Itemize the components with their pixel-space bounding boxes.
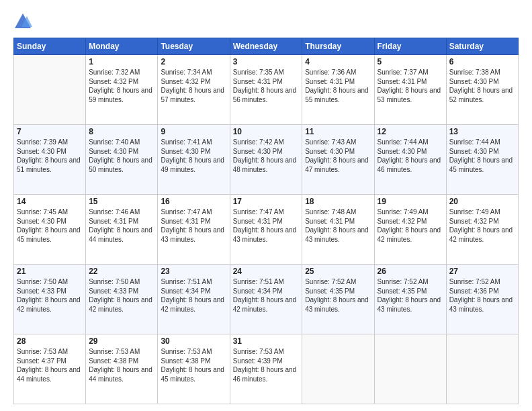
day-number: 12	[378, 127, 443, 136]
calendar-cell: 27Sunrise: 7:52 AMSunset: 4:36 PMDayligh…	[446, 265, 518, 334]
day-info: Sunrise: 7:52 AMSunset: 4:35 PMDaylight:…	[305, 277, 371, 314]
calendar-cell: 7Sunrise: 7:39 AMSunset: 4:30 PMDaylight…	[14, 125, 86, 195]
calendar-cell: 4Sunrise: 7:36 AMSunset: 4:31 PMDaylight…	[302, 55, 374, 125]
day-number: 5	[378, 57, 443, 66]
day-info: Sunrise: 7:41 AMSunset: 4:30 PMDaylight:…	[161, 138, 226, 174]
weekday-header-sunday: Sunday	[14, 38, 86, 55]
page: SundayMondayTuesdayWednesdayThursdayFrid…	[0, 0, 532, 411]
weekday-header-saturday: Saturday	[446, 38, 518, 55]
calendar-cell: 1Sunrise: 7:32 AMSunset: 4:32 PMDaylight…	[86, 55, 158, 125]
day-info: Sunrise: 7:35 AMSunset: 4:31 PMDaylight:…	[233, 68, 300, 104]
day-info: Sunrise: 7:49 AMSunset: 4:32 PMDaylight:…	[378, 208, 443, 244]
day-number: 24	[233, 267, 300, 276]
day-info: Sunrise: 7:51 AMSunset: 4:34 PMDaylight:…	[161, 277, 226, 314]
day-info: Sunrise: 7:39 AMSunset: 4:30 PMDaylight:…	[17, 138, 83, 174]
calendar-cell: 14Sunrise: 7:45 AMSunset: 4:30 PMDayligh…	[14, 195, 86, 265]
day-number: 3	[233, 57, 300, 66]
calendar-cell: 22Sunrise: 7:50 AMSunset: 4:33 PMDayligh…	[86, 265, 158, 334]
calendar-cell: 8Sunrise: 7:40 AMSunset: 4:30 PMDaylight…	[86, 125, 158, 195]
day-number: 15	[89, 197, 154, 206]
day-number: 21	[17, 267, 83, 276]
day-number: 28	[17, 336, 83, 346]
calendar-cell: 25Sunrise: 7:52 AMSunset: 4:35 PMDayligh…	[302, 265, 374, 334]
day-info: Sunrise: 7:38 AMSunset: 4:30 PMDaylight:…	[449, 68, 515, 104]
day-number: 27	[449, 267, 515, 276]
day-number: 20	[449, 197, 515, 206]
day-number: 17	[233, 197, 300, 206]
day-info: Sunrise: 7:40 AMSunset: 4:30 PMDaylight:…	[89, 138, 154, 174]
calendar-cell: 18Sunrise: 7:48 AMSunset: 4:31 PMDayligh…	[302, 195, 374, 265]
day-number: 2	[161, 57, 226, 66]
day-number: 6	[449, 57, 515, 66]
day-info: Sunrise: 7:43 AMSunset: 4:30 PMDaylight:…	[305, 138, 371, 174]
day-number: 8	[89, 127, 154, 136]
calendar-cell: 30Sunrise: 7:53 AMSunset: 4:38 PMDayligh…	[158, 334, 230, 404]
day-info: Sunrise: 7:53 AMSunset: 4:38 PMDaylight:…	[161, 347, 226, 383]
day-info: Sunrise: 7:42 AMSunset: 4:30 PMDaylight:…	[233, 138, 300, 174]
calendar-cell: 3Sunrise: 7:35 AMSunset: 4:31 PMDaylight…	[230, 55, 302, 125]
calendar-cell: 26Sunrise: 7:52 AMSunset: 4:35 PMDayligh…	[374, 265, 446, 334]
day-number: 14	[17, 197, 83, 206]
calendar-cell: 13Sunrise: 7:44 AMSunset: 4:30 PMDayligh…	[446, 125, 518, 195]
calendar-cell: 10Sunrise: 7:42 AMSunset: 4:30 PMDayligh…	[230, 125, 302, 195]
calendar-week-row: 7Sunrise: 7:39 AMSunset: 4:30 PMDaylight…	[14, 125, 519, 195]
day-info: Sunrise: 7:53 AMSunset: 4:38 PMDaylight:…	[89, 347, 154, 383]
day-number: 13	[449, 127, 515, 136]
calendar-cell	[14, 55, 86, 125]
weekday-header-monday: Monday	[86, 38, 158, 55]
day-number: 18	[305, 197, 371, 206]
day-info: Sunrise: 7:53 AMSunset: 4:39 PMDaylight:…	[233, 347, 300, 383]
weekday-header-friday: Friday	[374, 38, 446, 55]
day-info: Sunrise: 7:52 AMSunset: 4:36 PMDaylight:…	[449, 277, 515, 314]
day-info: Sunrise: 7:50 AMSunset: 4:33 PMDaylight:…	[89, 277, 154, 314]
weekday-header-row: SundayMondayTuesdayWednesdayThursdayFrid…	[14, 38, 519, 55]
calendar-cell: 20Sunrise: 7:49 AMSunset: 4:32 PMDayligh…	[446, 195, 518, 265]
calendar-cell: 11Sunrise: 7:43 AMSunset: 4:30 PMDayligh…	[302, 125, 374, 195]
day-info: Sunrise: 7:51 AMSunset: 4:34 PMDaylight:…	[233, 277, 300, 314]
calendar-cell	[446, 334, 518, 404]
calendar-cell: 9Sunrise: 7:41 AMSunset: 4:30 PMDaylight…	[158, 125, 230, 195]
calendar-cell: 24Sunrise: 7:51 AMSunset: 4:34 PMDayligh…	[230, 265, 302, 334]
day-number: 4	[305, 57, 371, 66]
weekday-header-thursday: Thursday	[302, 38, 374, 55]
calendar-cell: 2Sunrise: 7:34 AMSunset: 4:32 PMDaylight…	[158, 55, 230, 125]
calendar-cell: 29Sunrise: 7:53 AMSunset: 4:38 PMDayligh…	[86, 334, 158, 404]
day-info: Sunrise: 7:48 AMSunset: 4:31 PMDaylight:…	[305, 208, 371, 244]
day-info: Sunrise: 7:47 AMSunset: 4:31 PMDaylight:…	[233, 208, 300, 244]
calendar-cell: 6Sunrise: 7:38 AMSunset: 4:30 PMDaylight…	[446, 55, 518, 125]
day-number: 25	[305, 267, 371, 276]
day-number: 19	[378, 197, 443, 206]
calendar-cell: 28Sunrise: 7:53 AMSunset: 4:37 PMDayligh…	[14, 334, 86, 404]
day-info: Sunrise: 7:50 AMSunset: 4:33 PMDaylight:…	[17, 277, 83, 314]
day-number: 29	[89, 336, 154, 346]
day-info: Sunrise: 7:36 AMSunset: 4:31 PMDaylight:…	[305, 68, 371, 104]
weekday-header-tuesday: Tuesday	[158, 38, 230, 55]
day-number: 23	[161, 267, 226, 276]
calendar-week-row: 21Sunrise: 7:50 AMSunset: 4:33 PMDayligh…	[14, 265, 519, 334]
day-info: Sunrise: 7:47 AMSunset: 4:31 PMDaylight:…	[161, 208, 226, 244]
day-number: 10	[233, 127, 300, 136]
calendar-cell: 23Sunrise: 7:51 AMSunset: 4:34 PMDayligh…	[158, 265, 230, 334]
day-info: Sunrise: 7:45 AMSunset: 4:30 PMDaylight:…	[17, 208, 83, 244]
day-info: Sunrise: 7:44 AMSunset: 4:30 PMDaylight:…	[378, 138, 443, 174]
day-info: Sunrise: 7:34 AMSunset: 4:32 PMDaylight:…	[161, 68, 226, 104]
calendar-cell: 31Sunrise: 7:53 AMSunset: 4:39 PMDayligh…	[230, 334, 302, 404]
day-number: 31	[233, 336, 300, 346]
day-number: 26	[378, 267, 443, 276]
day-info: Sunrise: 7:52 AMSunset: 4:35 PMDaylight:…	[378, 277, 443, 314]
calendar-cell: 15Sunrise: 7:46 AMSunset: 4:31 PMDayligh…	[86, 195, 158, 265]
day-number: 9	[161, 127, 226, 136]
day-info: Sunrise: 7:32 AMSunset: 4:32 PMDaylight:…	[89, 68, 154, 104]
calendar-week-row: 1Sunrise: 7:32 AMSunset: 4:32 PMDaylight…	[14, 55, 519, 125]
logo	[13, 12, 35, 31]
header	[13, 12, 519, 31]
day-info: Sunrise: 7:49 AMSunset: 4:32 PMDaylight:…	[449, 208, 515, 244]
calendar-cell: 5Sunrise: 7:37 AMSunset: 4:31 PMDaylight…	[374, 55, 446, 125]
day-info: Sunrise: 7:53 AMSunset: 4:37 PMDaylight:…	[17, 347, 83, 383]
calendar-cell: 21Sunrise: 7:50 AMSunset: 4:33 PMDayligh…	[14, 265, 86, 334]
calendar-cell	[374, 334, 446, 404]
weekday-header-wednesday: Wednesday	[230, 38, 302, 55]
day-number: 7	[17, 127, 83, 136]
calendar-cell: 17Sunrise: 7:47 AMSunset: 4:31 PMDayligh…	[230, 195, 302, 265]
day-info: Sunrise: 7:44 AMSunset: 4:30 PMDaylight:…	[449, 138, 515, 174]
